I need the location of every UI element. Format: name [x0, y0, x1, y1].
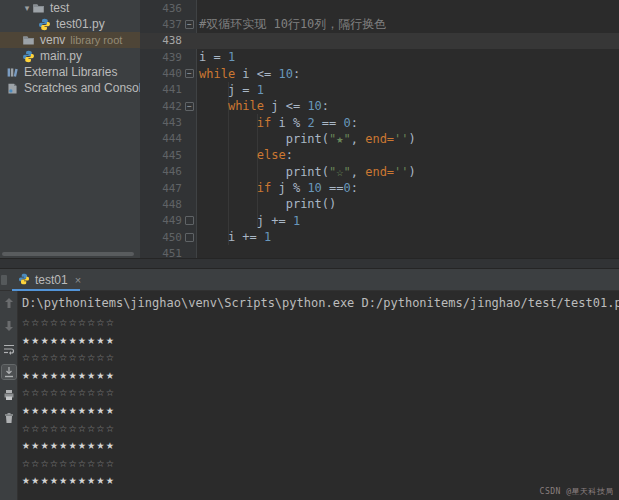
- line-number[interactable]: 441: [140, 83, 182, 96]
- tree-item-test01-py[interactable]: test01.py: [0, 16, 140, 32]
- tree-item-label: External Libraries: [24, 65, 117, 79]
- fold-marker-icon[interactable]: −: [182, 69, 197, 78]
- line-number[interactable]: 450: [140, 231, 182, 244]
- tree-item-test[interactable]: ▾test: [0, 0, 140, 16]
- code-text: j += 1: [197, 214, 300, 228]
- code-text: while i <= 10:: [197, 67, 300, 81]
- line-number[interactable]: 451: [140, 247, 182, 258]
- code-line-443[interactable]: 443 if i % 2 == 0:: [140, 114, 619, 130]
- tree-item-label: venv: [40, 33, 65, 47]
- line-number[interactable]: 448: [140, 198, 182, 211]
- tree-item-suffix: library root: [70, 34, 122, 46]
- line-number[interactable]: 447: [140, 182, 182, 195]
- code-text: if j % 10 ==0:: [197, 181, 358, 195]
- console-output-line: ★★★★★★★★★★: [18, 471, 619, 489]
- soft-wrap-icon[interactable]: [2, 342, 16, 356]
- python-file-icon: [38, 18, 52, 31]
- fold-marker-icon[interactable]: −: [182, 102, 197, 111]
- line-number[interactable]: 438: [140, 34, 182, 47]
- line-number[interactable]: 439: [140, 51, 182, 64]
- line-number[interactable]: 437: [140, 18, 182, 31]
- editor-console-splitter[interactable]: [0, 258, 619, 269]
- code-line-448[interactable]: 448 print(): [140, 196, 619, 212]
- console-output-line: ★★★★★★★★★★: [18, 366, 619, 384]
- close-icon[interactable]: ×: [75, 274, 81, 286]
- line-number[interactable]: 449: [140, 214, 182, 227]
- code-text: #双循环实现 10行10列，隔行换色: [197, 16, 386, 33]
- code-text: print("★", end=''): [197, 132, 416, 146]
- code-text: if i % 2 == 0:: [197, 116, 358, 130]
- console-output-line: ☆☆☆☆☆☆☆☆☆☆: [18, 383, 619, 401]
- project-panel-scrollbar[interactable]: [2, 252, 134, 256]
- libraries-icon: [6, 66, 20, 79]
- code-line-447[interactable]: 447 if j % 10 ==0:: [140, 180, 619, 196]
- code-line-436[interactable]: 436: [140, 0, 619, 16]
- tree-item-label: test: [50, 1, 69, 15]
- tree-item-venv[interactable]: venvlibrary root: [0, 32, 140, 48]
- console-output[interactable]: D:\pythonitems\jinghao\venv\Scripts\pyth…: [18, 291, 619, 500]
- code-line-445[interactable]: 445 else:: [140, 147, 619, 163]
- console-output-line: ★★★★★★★★★★: [18, 331, 619, 349]
- line-number[interactable]: 440: [140, 67, 182, 80]
- up-arrow-icon[interactable]: [2, 296, 16, 310]
- code-text: print("☆", end=''): [197, 165, 416, 179]
- line-number[interactable]: 436: [140, 2, 182, 15]
- pycharm-ide-window: ▾testtest01.pyvenvlibrary rootmain.pyExt…: [0, 0, 619, 500]
- tree-item-scratches-and-consoles[interactable]: Scratches and Consoles: [0, 80, 140, 96]
- down-arrow-icon[interactable]: [2, 319, 16, 333]
- console-output-lines: ☆☆☆☆☆☆☆☆☆☆★★★★★★★★★★☆☆☆☆☆☆☆☆☆☆★★★★★★★★★★…: [18, 313, 619, 489]
- scroll-to-end-icon[interactable]: [2, 365, 16, 379]
- line-number[interactable]: 444: [140, 132, 182, 145]
- watermark: CSDN @星天科技局: [540, 486, 614, 497]
- console-tab-bar: test01 ×: [0, 269, 619, 291]
- tree-item-label: main.py: [40, 49, 82, 63]
- run-tool-window: test01 × D:\pythonitems\jinghao\venv\Scr…: [0, 269, 619, 500]
- tree-item-main-py[interactable]: main.py: [0, 48, 140, 64]
- tree-item-external-libraries[interactable]: External Libraries: [0, 64, 140, 80]
- code-text: else:: [197, 148, 293, 162]
- console-output-line: ★★★★★★★★★★: [18, 436, 619, 454]
- line-number[interactable]: 446: [140, 165, 182, 178]
- console-tab-test01[interactable]: test01 ×: [14, 269, 85, 291]
- fold-marker-icon[interactable]: −: [182, 20, 197, 29]
- code-line-439[interactable]: 439i = 1: [140, 49, 619, 65]
- folder-icon: [22, 34, 36, 47]
- code-line-438[interactable]: 438: [140, 33, 619, 49]
- code-line-450[interactable]: 450 i += 1: [140, 229, 619, 245]
- console-command-line: D:\pythonitems\jinghao\venv\Scripts\pyth…: [18, 291, 619, 310]
- python-file-icon: [22, 50, 36, 63]
- code-line-437[interactable]: 437−#双循环实现 10行10列，隔行换色: [140, 16, 619, 32]
- run-tool-window-icon[interactable]: [1, 275, 7, 285]
- code-text: print(): [197, 197, 336, 211]
- line-number[interactable]: 445: [140, 149, 182, 162]
- tree-item-label: Scratches and Consoles: [24, 81, 141, 95]
- console-output-line: ☆☆☆☆☆☆☆☆☆☆: [18, 454, 619, 472]
- python-run-icon: [18, 273, 30, 288]
- line-number[interactable]: 442: [140, 100, 182, 113]
- console-output-line: ☆☆☆☆☆☆☆☆☆☆: [18, 348, 619, 366]
- print-icon[interactable]: [2, 388, 16, 402]
- chevron-down-icon[interactable]: ▾: [22, 3, 32, 13]
- tree-item-label: test01.py: [56, 17, 105, 31]
- project-tree: ▾testtest01.pyvenvlibrary rootmain.pyExt…: [0, 0, 140, 96]
- code-text: i += 1: [197, 230, 271, 244]
- console-toolbar: [0, 291, 18, 500]
- code-line-451[interactable]: 451: [140, 245, 619, 258]
- code-line-449[interactable]: 449 j += 1: [140, 213, 619, 229]
- code-line-442[interactable]: 442− while j <= 10:: [140, 98, 619, 114]
- code-line-446[interactable]: 446 print("☆", end=''): [140, 164, 619, 180]
- folder-icon: [32, 2, 46, 15]
- project-tree-panel: ▾testtest01.pyvenvlibrary rootmain.pyExt…: [0, 0, 141, 258]
- clear-icon[interactable]: [2, 411, 16, 425]
- console-body: D:\pythonitems\jinghao\venv\Scripts\pyth…: [0, 291, 619, 500]
- fold-marker-icon[interactable]: [182, 233, 197, 242]
- code-line-440[interactable]: 440−while i <= 10:: [140, 65, 619, 81]
- code-text: j = 1: [197, 83, 264, 97]
- console-output-line: ☆☆☆☆☆☆☆☆☆☆: [18, 313, 619, 331]
- fold-marker-icon[interactable]: [182, 216, 197, 225]
- code-line-444[interactable]: 444 print("★", end=''): [140, 131, 619, 147]
- code-line-441[interactable]: 441 j = 1: [140, 82, 619, 98]
- console-output-line: ★★★★★★★★★★: [18, 401, 619, 419]
- code-editor[interactable]: 436437−#双循环实现 10行10列，隔行换色438439i = 1440−…: [140, 0, 619, 258]
- line-number[interactable]: 443: [140, 116, 182, 129]
